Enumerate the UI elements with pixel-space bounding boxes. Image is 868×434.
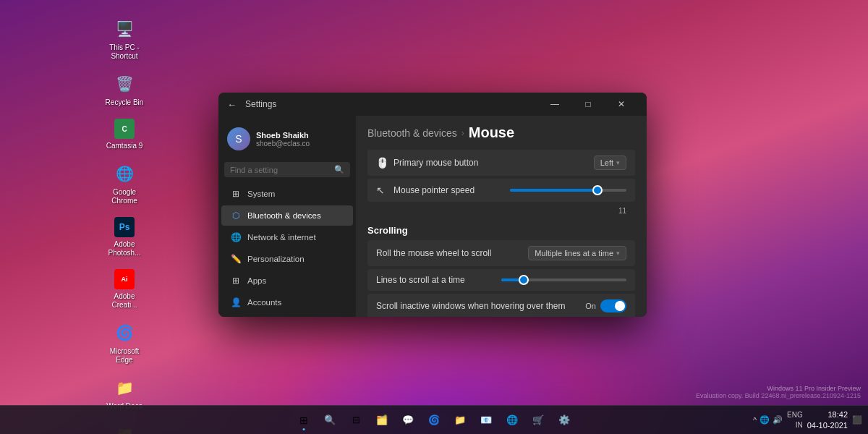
roll-wheel-dropdown[interactable]: Multiple lines at a time ▾ xyxy=(528,246,626,260)
title-bar-left: ← Settings xyxy=(227,99,276,110)
scrolling-section-title: Scrolling xyxy=(367,225,635,236)
notification-icon[interactable]: ⬛ xyxy=(852,415,862,425)
mouse-speed-track[interactable] xyxy=(510,189,626,192)
bluetooth-icon: ⬡ xyxy=(230,210,242,221)
os-info-line2: Evaluation copy. Build 22468.ni_prerelea… xyxy=(696,392,861,399)
toggle-thumb xyxy=(615,301,625,311)
lines-scroll-label: Lines to scroll at a time xyxy=(376,275,501,285)
lang-indicator[interactable]: ENG IN xyxy=(787,410,803,430)
profile-info: Shoeb Shaikh shoeb@eclas.co xyxy=(256,131,347,148)
settings-back-button[interactable]: ← xyxy=(227,99,237,110)
system-tray: ^ 🌐 🔊 xyxy=(753,415,783,425)
profile-email: shoeb@eclas.co xyxy=(256,140,347,148)
maximize-button[interactable]: □ xyxy=(571,93,605,116)
title-bar: ← Settings — □ ✕ xyxy=(218,93,647,116)
photoshop-label: Adobe Photosh... xyxy=(104,240,145,258)
start-button[interactable]: ⊞ xyxy=(292,409,315,432)
camtasia-label: Camtasia 9 xyxy=(106,142,143,150)
network-icon: 🌐 xyxy=(230,231,242,243)
scroll-inactive-row: Scroll inactive windows when hovering ov… xyxy=(367,294,635,317)
desktop-icon-photoshop[interactable]: Ps Adobe Photosh... xyxy=(101,214,148,260)
mouse-speed-slider-container xyxy=(510,189,626,192)
roll-wheel-row: Roll the mouse wheel to scroll Multiple … xyxy=(367,240,635,266)
mouse-speed-thumb[interactable] xyxy=(592,185,603,195)
recycle-bin-icon: 🗑️ xyxy=(113,72,136,95)
primary-mouse-button-row: 🖱️ Primary mouse button Left ▾ xyxy=(367,150,635,176)
search-input[interactable] xyxy=(230,166,334,174)
system-tray-arrow[interactable]: ^ xyxy=(753,416,757,425)
roll-wheel-label: Roll the mouse wheel to scroll xyxy=(376,248,528,258)
edge-label: Microsoft Edge xyxy=(104,347,145,365)
profile-section[interactable]: S Shoeb Shaikh shoeb@eclas.co xyxy=(218,122,356,159)
taskbar-clock[interactable]: 18:42 04-10-2021 xyxy=(807,409,848,430)
title-bar-controls: — □ ✕ xyxy=(538,93,638,116)
primary-button-dropdown[interactable]: Left ▾ xyxy=(594,156,626,170)
sidebar-item-network[interactable]: 🌐 Network & internet xyxy=(221,227,353,247)
taskbar-folder[interactable]: 📁 xyxy=(448,409,472,432)
recycle-bin-label: Recycle Bin xyxy=(106,98,144,107)
taskbar: ⊞ 🔍 ⊟ 🗂️ 💬 🌀 📁 📧 🌐 🛒 ⚙️ xyxy=(0,405,868,434)
personalization-icon: ✏️ xyxy=(230,253,242,265)
volume-icon-tray[interactable]: 🔊 xyxy=(773,415,783,425)
camtasia-icon: C xyxy=(114,119,135,139)
breadcrumb-separator: › xyxy=(461,128,464,138)
mouse-speed-row: ↖ Mouse pointer speed xyxy=(367,179,635,202)
desktop-icon-acrobat[interactable]: Ai Adobe Creati... xyxy=(101,266,148,312)
dropdown-arrow-icon: ▾ xyxy=(616,159,620,166)
chat-button[interactable]: 💬 xyxy=(396,409,420,432)
desktop-icon-recycle-bin[interactable]: 🗑️ Recycle Bin xyxy=(101,69,148,110)
sidebar: S Shoeb Shaikh shoeb@eclas.co 🔍 ⊞ System… xyxy=(218,116,356,317)
breadcrumb-parent[interactable]: Bluetooth & devices xyxy=(367,127,457,139)
sidebar-item-bluetooth[interactable]: ⬡ Bluetooth & devices xyxy=(221,205,353,226)
sidebar-item-apps[interactable]: ⊞ Apps xyxy=(221,271,353,291)
this-pc-label: This PC - Shortcut xyxy=(104,43,145,61)
profile-name: Shoeb Shaikh xyxy=(256,131,347,140)
desktop-icon-chrome[interactable]: 🌐 Google Chrome xyxy=(101,159,148,208)
mouse-speed-value: 11 xyxy=(618,207,626,215)
taskbar-settings[interactable]: ⚙️ xyxy=(553,409,576,432)
minimize-button[interactable]: — xyxy=(538,93,571,116)
desktop-icon-edge[interactable]: 🌀 Microsoft Edge xyxy=(101,318,148,367)
taskbar-chrome[interactable]: 🌐 xyxy=(501,409,524,432)
network-icon-tray[interactable]: 🌐 xyxy=(760,415,770,425)
widgets-button[interactable]: 🗂️ xyxy=(370,409,393,432)
mouse-icon: 🖱️ xyxy=(376,157,393,169)
breadcrumb: Bluetooth & devices › Mouse xyxy=(367,124,635,141)
roll-dropdown-arrow-icon: ▾ xyxy=(616,250,620,257)
os-info-line1: Windows 11 Pro Insider Preview xyxy=(696,385,861,392)
taskbar-store[interactable]: 🛒 xyxy=(527,409,550,432)
search-icon: 🔍 xyxy=(334,165,344,174)
lines-scroll-track[interactable] xyxy=(501,278,626,281)
primary-button-label: Primary mouse button xyxy=(393,158,594,168)
search-taskbar-button[interactable]: 🔍 xyxy=(318,409,341,432)
settings-window: ← Settings — □ ✕ S Shoeb Shaikh shoeb@ec… xyxy=(218,93,647,317)
sidebar-item-time[interactable]: 🕐 Time & language xyxy=(221,314,353,317)
chrome-label: Google Chrome xyxy=(104,188,145,205)
lines-scroll-thumb[interactable] xyxy=(519,275,529,285)
taskview-button[interactable]: ⊟ xyxy=(344,409,367,432)
word-docs-icon: 📁 xyxy=(113,376,136,399)
start-indicator-dot xyxy=(303,428,305,430)
desktop-icons-container: 🖥️ This PC - Shortcut 🗑️ Recycle Bin C C… xyxy=(101,14,148,434)
avatar: S xyxy=(227,127,250,150)
desktop-icon-camtasia[interactable]: C Camtasia 9 xyxy=(101,116,148,153)
main-content: Bluetooth & devices › Mouse 🖱️ Primary m… xyxy=(356,116,647,317)
scroll-inactive-toggle[interactable] xyxy=(600,299,626,312)
desktop-icon-this-pc[interactable]: 🖥️ This PC - Shortcut xyxy=(101,14,148,64)
lines-scroll-row: Lines to scroll at a time xyxy=(367,269,635,291)
sidebar-item-system[interactable]: ⊞ System xyxy=(221,184,353,204)
taskbar-center: ⊞ 🔍 ⊟ 🗂️ 💬 🌀 📁 📧 🌐 🛒 ⚙️ xyxy=(292,409,576,432)
edge-icon: 🌀 xyxy=(113,321,136,344)
taskbar-edge[interactable]: 🌀 xyxy=(422,409,446,432)
window-body: S Shoeb Shaikh shoeb@eclas.co 🔍 ⊞ System… xyxy=(218,116,647,317)
scroll-inactive-label: Scroll inactive windows when hovering ov… xyxy=(376,301,585,311)
close-button[interactable]: ✕ xyxy=(605,93,638,116)
mouse-speed-fill xyxy=(510,189,597,192)
os-info: Windows 11 Pro Insider Preview Evaluatio… xyxy=(696,385,861,399)
sidebar-item-accounts[interactable]: 👤 Accounts xyxy=(221,292,353,312)
taskbar-mail[interactable]: 📧 xyxy=(475,409,498,432)
sidebar-item-personalization[interactable]: ✏️ Personalization xyxy=(221,249,353,269)
search-box[interactable]: 🔍 xyxy=(224,162,350,177)
this-pc-icon: 🖥️ xyxy=(113,17,136,41)
system-icon: ⊞ xyxy=(230,188,242,200)
